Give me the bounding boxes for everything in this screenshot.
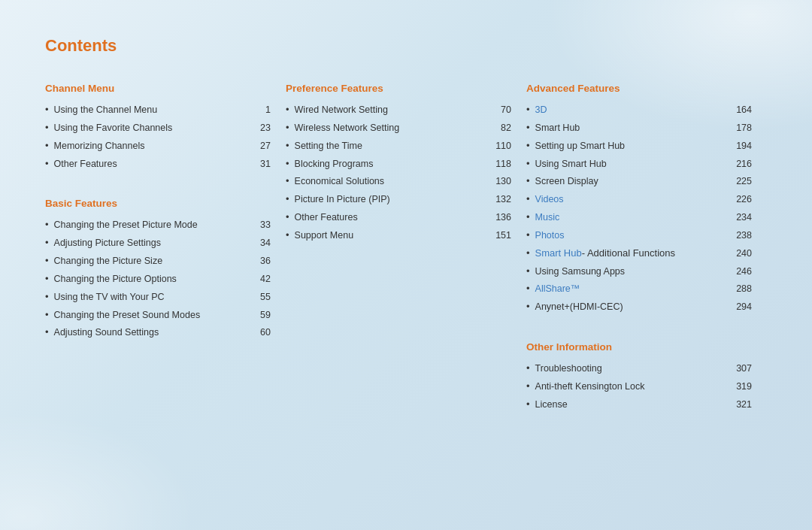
page-number: 288: [729, 282, 752, 295]
item-label: Screen Display: [535, 174, 723, 188]
item-label-link[interactable]: 3D: [535, 103, 723, 117]
item-label-link[interactable]: Photos: [535, 229, 723, 242]
list-item: • Changing the Picture Size 36: [45, 254, 271, 268]
list-item: • Anynet+(HDMI-CEC) 294: [526, 300, 752, 314]
item-label: License: [535, 398, 723, 411]
bullet-icon: •: [526, 265, 530, 279]
bullet-icon: •: [45, 103, 49, 117]
col-1: Channel Menu • Using the Channel Menu 1 …: [45, 83, 286, 416]
item-label: Support Menu: [295, 229, 483, 242]
list-item: • Using the TV with Your PC 55: [45, 290, 271, 304]
list-item: • Setting up Smart Hub 194: [526, 139, 752, 153]
bullet-icon: •: [526, 300, 530, 314]
item-label: Changing the Picture Options: [54, 272, 242, 286]
page-number: 1: [248, 103, 271, 117]
list-item: • Using Smart Hub 216: [526, 157, 752, 171]
list-item: • Blocking Programs 118: [286, 157, 511, 171]
item-label: Adjusting Sound Settings: [54, 326, 242, 339]
item-label: Using the TV with Your PC: [54, 290, 242, 304]
bullet-icon: •: [45, 272, 49, 286]
item-label: Picture In Picture (PIP): [295, 192, 483, 206]
page-number: 110: [489, 139, 511, 153]
page-number: 136: [489, 210, 511, 224]
content-area: Contents Channel Menu • Using the Channe…: [0, 0, 812, 530]
page-number: 31: [248, 157, 271, 171]
page-number: 42: [248, 272, 271, 286]
section-basic-features-title: Basic Features: [45, 198, 271, 209]
page-number: 225: [729, 174, 752, 188]
item-label: Other Features: [54, 157, 242, 171]
item-label: Using the Favorite Channels: [54, 121, 242, 135]
list-item: • Support Menu 151: [286, 229, 511, 243]
item-label-mixed: Smart Hub - Additional Functions: [535, 247, 723, 261]
bullet-icon: •: [286, 229, 289, 243]
page-number: 34: [248, 236, 271, 250]
page-number: 178: [729, 121, 752, 135]
toc-columns: Channel Menu • Using the Channel Menu 1 …: [45, 83, 767, 416]
bullet-icon: •: [286, 139, 289, 153]
bullet-icon: •: [526, 157, 530, 171]
bullet-icon: •: [45, 121, 49, 135]
item-label: Using Samsung Apps: [535, 265, 723, 278]
page-number: 194: [729, 139, 752, 153]
bullet-icon: •: [526, 229, 530, 243]
list-item: • Setting the Time 110: [286, 139, 511, 153]
bullet-icon: •: [45, 218, 49, 232]
bullet-icon: •: [526, 282, 530, 296]
page-number: 307: [729, 362, 752, 375]
page-number: 132: [489, 192, 511, 206]
bullet-icon: •: [526, 139, 530, 153]
item-label-link-part[interactable]: Smart Hub: [535, 247, 582, 261]
bullet-icon: •: [45, 326, 49, 340]
page-number: 130: [489, 174, 511, 188]
page-number: 234: [729, 210, 752, 224]
bullet-icon: •: [45, 139, 49, 153]
section-preference-features-title: Preference Features: [286, 83, 511, 94]
item-label: Blocking Programs: [295, 157, 483, 171]
list-item: • Adjusting Picture Settings 34: [45, 236, 271, 250]
list-item: • Using the Favorite Channels 23: [45, 121, 271, 135]
page-number: 216: [729, 157, 752, 171]
page-number: 36: [248, 254, 271, 268]
list-item: • Changing the Preset Picture Mode 33: [45, 218, 271, 232]
section-other-information-title: Other Information: [526, 341, 752, 353]
bullet-icon: •: [286, 121, 289, 135]
bullet-icon: •: [526, 398, 530, 412]
other-information-list: • Troubleshooting 307 • Anti-theft Kensi…: [526, 362, 752, 412]
page-number: 55: [248, 290, 271, 304]
bullet-icon: •: [45, 236, 49, 250]
page-number: 240: [729, 247, 752, 260]
basic-features-list: • Changing the Preset Picture Mode 33 • …: [45, 218, 271, 340]
bullet-icon: •: [45, 254, 49, 268]
page-title: Contents: [45, 36, 767, 56]
item-label-link[interactable]: Music: [535, 210, 723, 224]
page-number: 82: [489, 121, 511, 135]
item-label: Wireless Network Setting: [295, 121, 483, 135]
item-label: Adjusting Picture Settings: [54, 236, 242, 250]
list-item: • Using Samsung Apps 246: [526, 265, 752, 279]
list-item: • Wired Network Setting 70: [286, 103, 511, 117]
bullet-icon: •: [526, 362, 530, 376]
list-item: • Smart Hub - Additional Functions 240: [526, 247, 752, 261]
list-item: • Memorizing Channels 27: [45, 139, 271, 153]
page-number: 246: [729, 265, 752, 278]
bullet-icon: •: [526, 247, 530, 261]
list-item: • Troubleshooting 307: [526, 362, 752, 376]
list-item: • Economical Solutions 130: [286, 174, 511, 189]
bullet-icon: •: [526, 210, 530, 225]
item-label: Anti-theft Kensington Lock: [535, 380, 723, 393]
bullet-icon: •: [286, 174, 289, 189]
item-label: Changing the Picture Size: [54, 254, 242, 268]
list-item: • Other Features 136: [286, 210, 511, 225]
preference-features-list: • Wired Network Setting 70 • Wireless Ne…: [286, 103, 511, 243]
advanced-features-list: • 3D 164 • Smart Hub 178 • Setting up Sm…: [526, 103, 752, 314]
item-label: Anynet+(HDMI-CEC): [535, 300, 723, 313]
bullet-icon: •: [286, 103, 289, 117]
bullet-icon: •: [526, 380, 530, 394]
list-item: • AllShare™ 288: [526, 282, 752, 296]
list-item: • Changing the Preset Sound Modes 59: [45, 308, 271, 323]
item-label-link[interactable]: AllShare™: [535, 282, 723, 295]
page-number: 118: [489, 157, 511, 171]
item-label: Setting up Smart Hub: [535, 139, 723, 153]
item-label-link[interactable]: Videos: [535, 192, 723, 206]
